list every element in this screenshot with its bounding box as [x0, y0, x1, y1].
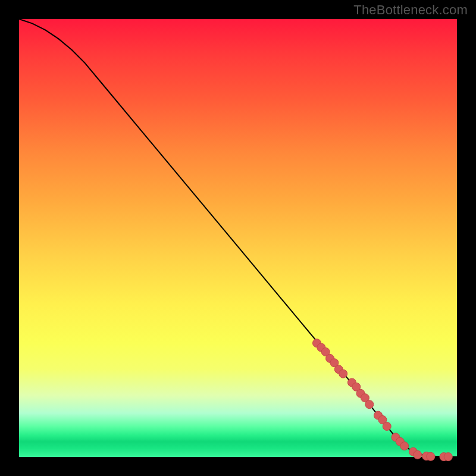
data-point — [365, 400, 374, 409]
data-point — [400, 442, 409, 450]
chart-frame: TheBottleneck.com — [0, 0, 476, 476]
main-curve — [19, 19, 457, 457]
data-point — [414, 450, 422, 459]
plot-svg — [19, 19, 457, 457]
data-point — [427, 452, 435, 461]
plot-area — [19, 19, 457, 457]
watermark-text: TheBottleneck.com — [353, 2, 468, 18]
data-point — [383, 422, 391, 430]
data-point — [444, 453, 452, 461]
data-point — [339, 369, 347, 378]
marker-group — [312, 339, 452, 461]
